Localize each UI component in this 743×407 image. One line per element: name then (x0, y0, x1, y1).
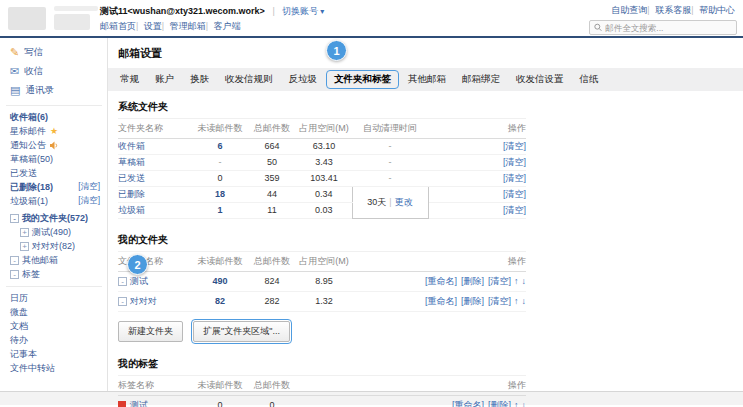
folder-drafts-link[interactable]: 草稿箱 (118, 157, 145, 167)
sidebar-item-sent[interactable]: 已发送 (10, 166, 102, 180)
delete-link[interactable]: [删除] (488, 400, 511, 407)
help-center-link[interactable]: 帮助中心 (691, 5, 735, 15)
empty-folder-link[interactable]: [清空] (503, 157, 526, 167)
auto-clean-value: - (352, 139, 428, 155)
sidebar-item-folder-duiduidui[interactable]: 对对对(82) (10, 239, 102, 253)
my-folders-table: 文件夹名称 未读邮件数 总邮件数 占用空间(M) 操作 测试 490 824 8… (118, 251, 526, 312)
sidebar-item-my-folders[interactable]: 我的文件夹(572) (10, 211, 102, 225)
size-value: 3.43 (296, 155, 352, 171)
folder-spam-link[interactable]: 垃圾箱 (118, 205, 145, 215)
divider: | (389, 197, 391, 207)
compose-button[interactable]: ✎ 写信 (10, 43, 102, 62)
contacts-button[interactable]: ▤ 通讯录 (10, 81, 102, 100)
switch-account-link[interactable]: 切换账号 (282, 6, 324, 16)
empty-link[interactable]: [清空] (488, 296, 511, 306)
sidebar-divider (6, 105, 102, 106)
empty-spam-link[interactable]: [清空] (78, 195, 102, 207)
myfolder-test-link[interactable]: 测试 (130, 276, 148, 286)
search-input[interactable] (605, 23, 732, 33)
sidebar-item-wedrive[interactable]: 微盘 (10, 305, 102, 319)
tab-folders-and-labels[interactable]: 文件夹和标签 (326, 70, 399, 89)
sidebar-item-labels[interactable]: 标签 (10, 267, 102, 281)
folder-deleted-link[interactable]: 已删除 (118, 189, 145, 199)
collapse-icon[interactable] (118, 277, 127, 286)
tab-mail-rules[interactable]: 收发信规则 (217, 73, 281, 86)
table-header-row: 文件夹名称 未读邮件数 总邮件数 占用空间(M) 操作 (118, 252, 526, 272)
rename-link[interactable]: [重命名] (452, 400, 484, 407)
nav-settings[interactable]: 设置 (136, 21, 162, 31)
tab-antispam[interactable]: 反垃圾 (281, 73, 326, 86)
sidebar-item-inbox[interactable]: 收件箱(6) (10, 110, 102, 124)
extend-folder-area-button[interactable]: 扩展"文件夹区域"... (193, 321, 290, 342)
collapse-icon[interactable] (10, 270, 19, 279)
notes-label: 记事本 (10, 348, 37, 361)
collapse-icon[interactable] (10, 256, 19, 265)
expand-icon[interactable] (20, 228, 29, 237)
rename-link[interactable]: [重命名] (425, 276, 457, 286)
nav-manage-mailbox[interactable]: 管理邮箱 (162, 21, 206, 31)
sidebar-item-starred[interactable]: 星标邮件 (10, 124, 102, 138)
tab-send-receive-settings[interactable]: 收发信设置 (508, 73, 572, 86)
rename-link[interactable]: [重命名] (425, 296, 457, 306)
self-service-link[interactable]: 自助查询 (611, 5, 647, 15)
sidebar-item-announcements[interactable]: 通知公告 (10, 138, 102, 152)
webmail-settings-screen: 测试11<wushan@xty321.wecom.work> | 切换账号 邮箱… (0, 0, 743, 407)
sidebar-item-spam[interactable]: 垃圾箱(1) [清空] (10, 194, 102, 208)
table-row: 草稿箱 - 50 3.43 - [清空] (118, 155, 526, 171)
delete-link[interactable]: [删除] (461, 296, 484, 306)
tab-account[interactable]: 账户 (147, 73, 182, 86)
sidebar-item-folder-test[interactable]: 测试(490) (10, 225, 102, 239)
tab-general[interactable]: 常规 (112, 73, 147, 86)
new-folder-button[interactable]: 新建文件夹 (118, 321, 183, 342)
move-up-icon[interactable] (514, 276, 519, 286)
divider: | (272, 6, 274, 16)
empty-folder-link[interactable]: [清空] (503, 189, 526, 199)
tab-skin[interactable]: 换肤 (182, 73, 217, 86)
tab-other-mailbox[interactable]: 其他邮箱 (400, 73, 454, 86)
search-box[interactable] (589, 20, 737, 35)
sidebar-item-notes[interactable]: 记事本 (10, 347, 102, 361)
folder-inbox-link[interactable]: 收件箱 (118, 141, 145, 151)
label-test-link[interactable]: 测试 (130, 400, 148, 407)
sidebar-item-file-transfer[interactable]: 文件中转站 (10, 361, 102, 375)
empty-folder-link[interactable]: [清空] (503, 141, 526, 151)
collapse-icon[interactable] (118, 297, 127, 306)
sidebar-item-deleted[interactable]: 已删除(18) [清空] (10, 180, 102, 194)
table-header-row: 标签名称 未读邮件数 总邮件数 操作 (118, 376, 526, 396)
sidebar-item-docs[interactable]: 文档 (10, 319, 102, 333)
myfolder-duiduidui-link[interactable]: 对对对 (130, 296, 157, 306)
col-actions: 操作 (352, 252, 526, 272)
move-up-icon[interactable] (514, 400, 519, 407)
move-up-icon[interactable] (514, 296, 519, 306)
empty-deleted-link[interactable]: [清空] (78, 181, 102, 193)
compose-label: 写信 (24, 46, 43, 59)
empty-folder-link[interactable]: [清空] (503, 173, 526, 183)
pencil-icon: ✎ (10, 47, 19, 58)
delete-link[interactable]: [删除] (461, 276, 484, 286)
contact-support-link[interactable]: 联系客服 (647, 5, 691, 15)
collapse-icon[interactable] (10, 214, 19, 223)
sidebar-item-drafts[interactable]: 草稿箱(50) (10, 152, 102, 166)
my-labels-title: 我的标签 (118, 357, 733, 371)
empty-folder-link[interactable]: [清空] (503, 205, 526, 215)
tab-mailbox-binding[interactable]: 邮箱绑定 (454, 73, 508, 86)
empty-link[interactable]: [清空] (488, 276, 511, 286)
logo-placeholder-2 (54, 14, 90, 30)
sidebar-item-todo[interactable]: 待办 (10, 333, 102, 347)
change-auto-clean-link[interactable]: 更改 (395, 197, 413, 207)
col-actions: 操作 (428, 119, 526, 139)
tab-stationery[interactable]: 信纸 (572, 73, 607, 86)
sidebar: ✎ 写信 ✉ 收信 ▤ 通讯录 收件箱(6) 星标邮件 通知公告 (0, 38, 108, 391)
folder-sent-link[interactable]: 已发送 (118, 173, 145, 183)
nav-mail-home[interactable]: 邮箱首页 (100, 21, 136, 31)
col-actions: 操作 (296, 376, 526, 396)
move-down-icon[interactable] (522, 400, 527, 407)
col-total: 总邮件数 (248, 376, 296, 396)
move-down-icon[interactable] (522, 296, 527, 306)
sidebar-item-other-mailbox[interactable]: 其他邮箱 (10, 253, 102, 267)
sidebar-item-calendar[interactable]: 日历 (10, 291, 102, 305)
expand-icon[interactable] (20, 242, 29, 251)
nav-client[interactable]: 客户端 (206, 21, 241, 31)
move-down-icon[interactable] (522, 276, 527, 286)
receive-button[interactable]: ✉ 收信 (10, 62, 102, 81)
